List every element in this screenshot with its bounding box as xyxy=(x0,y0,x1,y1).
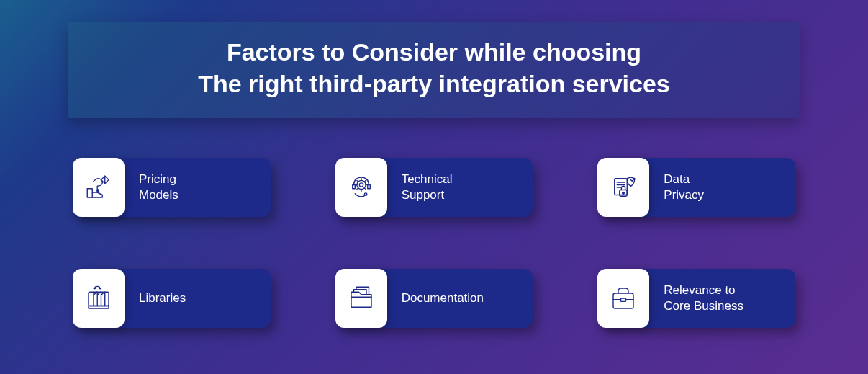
pricing-icon xyxy=(73,158,125,217)
factor-card-pricing: Pricing Models xyxy=(73,158,271,217)
card-label-box: Documentation xyxy=(387,269,533,328)
card-label: Pricing Models xyxy=(139,172,178,203)
relevance-icon xyxy=(597,269,649,328)
title-line-2: The right third-party integration servic… xyxy=(198,70,670,97)
factor-card-relevance: Relevance to Core Business xyxy=(597,269,795,328)
card-label-box: Pricing Models xyxy=(125,158,271,217)
factor-grid: Pricing Models Technical Support xyxy=(68,158,800,328)
header-panel: Factors to Consider while choosing The r… xyxy=(68,22,800,118)
card-label: Relevance to Core Business xyxy=(664,282,743,314)
support-icon xyxy=(335,158,387,217)
card-label-box: Technical Support xyxy=(387,158,533,217)
card-label: Data Privacy xyxy=(664,172,704,203)
documentation-icon xyxy=(335,269,387,328)
card-label: Documentation xyxy=(402,290,484,306)
card-label-box: Relevance to Core Business xyxy=(649,269,795,328)
card-label: Libraries xyxy=(139,290,186,306)
svg-rect-8 xyxy=(89,306,109,309)
libraries-icon xyxy=(73,269,125,328)
factor-card-documentation: Documentation xyxy=(335,269,533,328)
svg-point-6 xyxy=(623,192,625,195)
card-label: Technical Support xyxy=(402,172,453,203)
factor-card-support: Technical Support xyxy=(335,158,533,217)
svg-rect-10 xyxy=(621,298,626,301)
card-label-box: Data Privacy xyxy=(649,158,795,217)
factor-card-libraries: Libraries xyxy=(73,269,271,328)
privacy-icon xyxy=(597,158,649,217)
svg-point-3 xyxy=(364,193,367,196)
title-line-1: Factors to Consider while choosing xyxy=(227,38,641,66)
svg-point-2 xyxy=(359,183,363,187)
page-title: Factors to Consider while choosing The r… xyxy=(90,36,778,99)
card-label-box: Libraries xyxy=(125,269,271,328)
svg-point-0 xyxy=(97,190,99,192)
svg-rect-9 xyxy=(613,293,633,308)
factor-card-privacy: Data Privacy xyxy=(597,158,795,217)
